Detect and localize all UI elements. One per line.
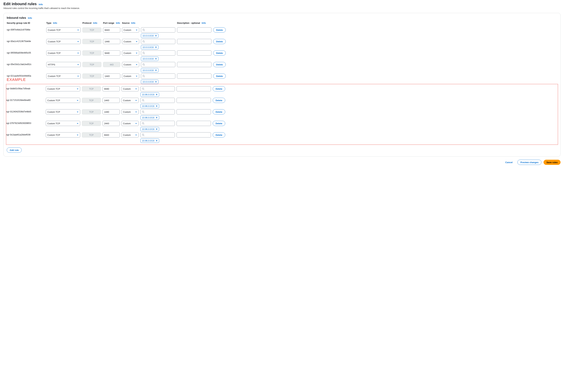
type-select[interactable]: Custom TCP	[46, 27, 81, 32]
source-select[interactable]: Custom	[122, 39, 139, 44]
delete-rule-button[interactable]: Delete	[213, 73, 226, 79]
description-input[interactable]	[177, 86, 211, 91]
cancel-button[interactable]: Cancel	[503, 160, 515, 165]
delete-rule-button[interactable]: Delete	[213, 132, 225, 138]
example-label: EXAMPLE	[7, 77, 44, 82]
delete-rule-button[interactable]: Delete	[213, 98, 225, 103]
rule-row: sgr-0767923d503009653Custom TCPTCP2443Cu…	[6, 120, 558, 131]
delete-rule-button[interactable]: Delete	[213, 121, 225, 126]
preview-changes-button[interactable]: Preview changes	[517, 160, 541, 165]
source-search-input[interactable]	[141, 62, 175, 67]
type-select[interactable]: HTTPS	[46, 62, 81, 67]
source-search-input[interactable]	[140, 121, 175, 126]
type-select[interactable]: Custom TCP	[46, 50, 81, 56]
save-rules-button[interactable]: Save rules	[544, 160, 561, 165]
cidr-tag: 10.96.0.0/16✕	[140, 104, 159, 108]
port-field[interactable]: 1440	[103, 39, 120, 44]
page-title-info-link[interactable]: Info	[39, 3, 43, 6]
port-field[interactable]: 9440	[103, 50, 120, 56]
source-select[interactable]: Custom	[122, 27, 139, 32]
add-rule-button[interactable]: Add rule	[7, 147, 22, 153]
type-select[interactable]: Custom TCP	[46, 86, 80, 91]
delete-rule-button[interactable]: Delete	[213, 86, 225, 91]
panel-info-link[interactable]: Info	[28, 17, 32, 19]
description-input[interactable]	[177, 27, 211, 32]
port-field[interactable]: 9440	[103, 86, 120, 91]
source-search-input[interactable]	[140, 98, 175, 103]
description-input[interactable]	[177, 98, 211, 103]
type-select[interactable]: Custom TCP	[46, 132, 80, 138]
description-input[interactable]	[177, 73, 211, 79]
source-select[interactable]: Custom	[122, 86, 139, 91]
rule-sgid: sgr-021aa4e5f1b44b80aEXAMPLE	[7, 73, 44, 82]
source-cidr-cell: 10.0.0.0/16✕	[141, 50, 175, 61]
col-port-info[interactable]: Info	[116, 22, 120, 24]
col-type-info[interactable]: Info	[53, 22, 57, 24]
delete-rule-button[interactable]: Delete	[213, 109, 225, 114]
port-field[interactable]: 8443	[103, 27, 120, 32]
search-icon	[142, 40, 145, 43]
type-select[interactable]: Custom TCP	[46, 73, 81, 79]
remove-cidr-icon[interactable]: ✕	[156, 93, 158, 96]
description-input[interactable]	[177, 121, 211, 126]
source-select[interactable]: Custom	[122, 50, 139, 56]
source-select[interactable]: Custom	[122, 98, 139, 103]
delete-rule-button[interactable]: Delete	[213, 27, 226, 32]
delete-rule-button[interactable]: Delete	[213, 39, 226, 44]
remove-cidr-icon[interactable]: ✕	[156, 105, 158, 107]
port-field[interactable]: 1440	[103, 109, 120, 114]
remove-cidr-icon[interactable]: ✕	[155, 81, 157, 83]
port-field[interactable]: 8443	[103, 132, 120, 138]
type-select[interactable]: Custom TCP	[46, 98, 80, 103]
chevron-down-icon	[136, 29, 138, 32]
type-select[interactable]: Custom TCP	[46, 121, 80, 126]
port-field[interactable]: 1443	[103, 73, 120, 79]
source-search-input[interactable]	[141, 27, 175, 32]
chevron-down-icon	[136, 75, 138, 78]
protocol-field: TCP	[82, 121, 101, 126]
source-cidr-cell: 10.0.0.0/16✕	[141, 73, 175, 84]
cidr-value: 10.0.0.0/16	[142, 46, 154, 49]
type-select[interactable]: Custom TCP	[46, 39, 81, 44]
rule-sgid: sgr-00a1c41f13675de9e	[7, 39, 44, 42]
description-input[interactable]	[177, 132, 211, 138]
description-input[interactable]	[177, 109, 211, 114]
source-select[interactable]: Custom	[122, 121, 139, 126]
cidr-tag: 10.96.0.0/16✕	[140, 92, 159, 97]
source-search-input[interactable]	[141, 39, 175, 44]
chevron-down-icon	[77, 99, 79, 102]
source-search-input[interactable]	[141, 50, 175, 56]
remove-cidr-icon[interactable]: ✕	[156, 128, 158, 130]
description-input[interactable]	[177, 50, 211, 56]
remove-cidr-icon[interactable]: ✕	[155, 57, 157, 60]
remove-cidr-icon[interactable]: ✕	[155, 69, 157, 71]
port-field[interactable]: 1443	[103, 98, 120, 103]
source-select[interactable]: Custom	[122, 132, 139, 138]
col-protocol-info[interactable]: Info	[93, 22, 97, 24]
source-search-input[interactable]	[141, 73, 175, 79]
source-search-input[interactable]	[140, 109, 175, 114]
port-field[interactable]: 2443	[103, 121, 120, 126]
remove-cidr-icon[interactable]: ✕	[155, 46, 157, 49]
source-search-input[interactable]	[140, 132, 175, 138]
column-headers: Security group rule ID Type Info Protoco…	[7, 22, 557, 24]
source-select[interactable]: Custom	[122, 62, 139, 67]
description-input[interactable]	[177, 62, 211, 67]
source-cidr-cell: 10.96.0.0/16✕	[140, 98, 175, 108]
source-search-input[interactable]	[140, 86, 175, 91]
col-protocol: Protocol Info	[83, 22, 101, 24]
remove-cidr-icon[interactable]: ✕	[155, 34, 157, 37]
type-select[interactable]: Custom TCP	[46, 109, 80, 114]
col-source-info[interactable]: Info	[131, 22, 135, 24]
delete-rule-button[interactable]: Delete	[213, 50, 226, 56]
chevron-down-icon	[77, 134, 79, 137]
description-input[interactable]	[177, 39, 211, 44]
source-select[interactable]: Custom	[122, 109, 139, 114]
remove-cidr-icon[interactable]: ✕	[156, 116, 158, 119]
cidr-value: 10.0.0.0/16	[142, 81, 154, 83]
col-description-info[interactable]: Info	[202, 22, 206, 24]
delete-rule-button[interactable]: Delete	[213, 62, 226, 67]
source-select[interactable]: Custom	[122, 73, 139, 79]
rule-row: sgr-05ff7e4bb2c97596eCustom TCPTCP8443Cu…	[7, 26, 557, 38]
remove-cidr-icon[interactable]: ✕	[156, 139, 158, 142]
